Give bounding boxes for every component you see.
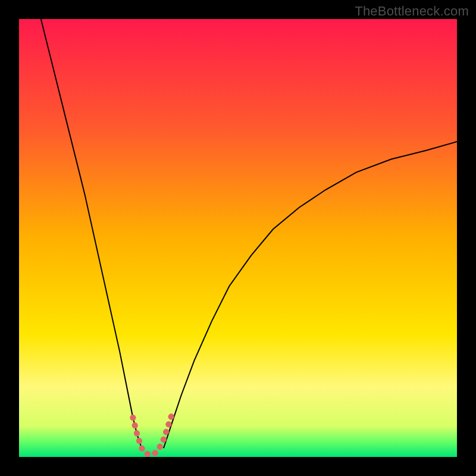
watermark-text: TheBottleneck.com [355, 4, 469, 19]
bottleneck-chart [19, 19, 457, 457]
gradient-background [19, 19, 457, 457]
chart-stage: TheBottleneck.com [0, 0, 476, 476]
